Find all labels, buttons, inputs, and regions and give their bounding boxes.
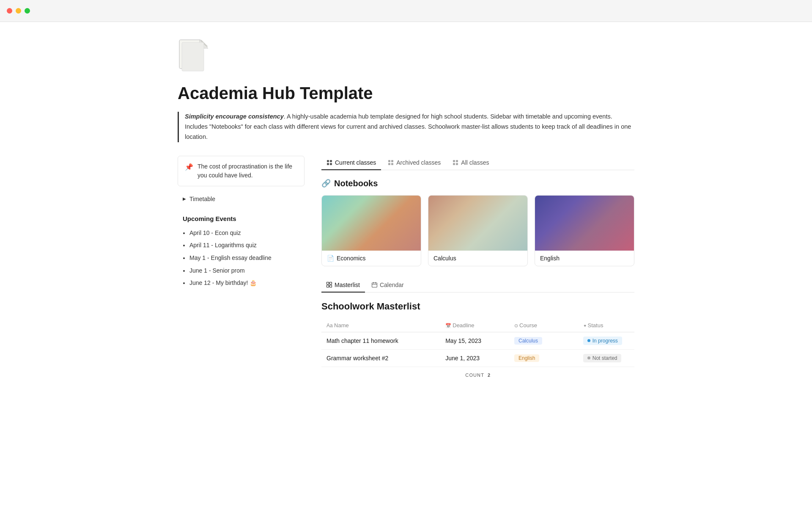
cell-name: Grammar worksheet #2	[321, 349, 440, 367]
class-tabs: Current classes Archived classes	[321, 156, 634, 170]
svg-rect-8	[182, 42, 204, 71]
upcoming-events-title: Upcoming Events	[178, 213, 304, 224]
pin-text: The cost of procrastination is the life …	[198, 162, 297, 180]
doc-icon: 📄	[327, 255, 334, 262]
cell-status: Not started	[578, 349, 634, 367]
card-label-calculus: Calculus	[428, 251, 527, 266]
card-cover-english	[535, 196, 634, 251]
svg-rect-16	[391, 163, 393, 165]
deadline-col-icon: 📅	[445, 323, 453, 328]
count-label: COUNT	[465, 373, 484, 378]
masterlist-grid-icon	[326, 282, 332, 287]
timetable-label: Timetable	[189, 196, 215, 202]
cell-deadline: May 15, 2023	[440, 332, 509, 349]
svg-rect-24	[330, 285, 332, 287]
col-header-name: Aa Name	[321, 319, 440, 332]
course-badge: Calculus	[514, 337, 542, 345]
notebook-card-english[interactable]: English	[535, 195, 634, 266]
calendar-icon	[372, 282, 377, 287]
cell-course: English	[509, 349, 578, 367]
svg-rect-11	[327, 163, 329, 165]
minimize-button[interactable]	[16, 8, 21, 14]
tab-masterlist-label: Masterlist	[335, 282, 360, 288]
status-col-icon: ✦	[583, 323, 588, 328]
masterlist-section: Schoolwork Masterlist Aa Name 📅 Deadline	[321, 301, 634, 383]
svg-rect-9	[327, 160, 329, 162]
svg-rect-20	[456, 163, 458, 165]
svg-rect-21	[327, 282, 329, 284]
cell-course: Calculus	[509, 332, 578, 349]
col-header-course: ⊙ Course	[509, 319, 578, 332]
quote-block: Simplicity encourage consistency. A high…	[178, 112, 634, 142]
col-header-deadline: 📅 Deadline	[440, 319, 509, 332]
status-dot	[587, 339, 590, 342]
cell-status: In progress	[578, 332, 634, 349]
list-item: April 10 - Econ quiz	[189, 229, 304, 237]
page-title: Academia Hub Template	[178, 83, 634, 103]
grid-icon-3	[453, 160, 458, 166]
content-area: 📌 The cost of procrastination is the lif…	[178, 156, 634, 383]
tab-all-classes[interactable]: All classes	[447, 156, 494, 170]
page-container: Academia Hub Template Simplicity encoura…	[152, 22, 660, 409]
count-row: COUNT 2	[321, 367, 634, 383]
svg-rect-13	[388, 160, 390, 162]
triangle-icon: ▶	[183, 196, 186, 201]
svg-rect-19	[453, 163, 455, 165]
cell-name: Math chapter 11 homework	[321, 332, 440, 349]
tab-archived-label: Archived classes	[396, 159, 441, 166]
notebook-cards: 📄 Economics Calculus English	[321, 195, 634, 266]
cell-deadline: June 1, 2023	[440, 349, 509, 367]
card-cover-economics	[322, 196, 421, 251]
close-button[interactable]	[7, 8, 12, 14]
status-dot	[587, 356, 590, 359]
table-header-row: Aa Name 📅 Deadline ⊙ Course	[321, 319, 634, 332]
tab-calendar-label: Calendar	[380, 282, 404, 288]
maximize-button[interactable]	[25, 8, 30, 14]
tab-current-label: Current classes	[335, 159, 376, 166]
table-row: Grammar worksheet #2 June 1, 2023 Englis…	[321, 349, 634, 367]
card-cover-calculus	[428, 196, 527, 251]
card-label-english: English	[535, 251, 634, 266]
list-item: June 12 - My birthday! 🎂	[189, 279, 304, 287]
tab-masterlist[interactable]: Masterlist	[321, 278, 365, 293]
list-item: June 1 - Senior prom	[189, 267, 304, 275]
svg-rect-10	[330, 160, 332, 162]
svg-rect-18	[456, 160, 458, 162]
upcoming-events-section: Upcoming Events April 10 - Econ quiz Apr…	[178, 213, 304, 287]
main-content: Current classes Archived classes	[321, 156, 634, 383]
svg-rect-23	[327, 285, 329, 287]
masterlist-table: Aa Name 📅 Deadline ⊙ Course	[321, 319, 634, 367]
pin-box: 📌 The cost of procrastination is the lif…	[178, 156, 304, 186]
pin-icon: 📌	[185, 162, 193, 172]
svg-rect-12	[330, 163, 332, 165]
tab-current-classes[interactable]: Current classes	[321, 156, 381, 170]
status-badge: In progress	[583, 337, 622, 345]
grid-icon-2	[388, 160, 394, 166]
grid-icon	[326, 160, 332, 166]
col-header-status: ✦ Status	[578, 319, 634, 332]
quote-italic: Simplicity encourage consistency	[185, 113, 284, 120]
title-bar	[0, 0, 812, 22]
sidebar: 📌 The cost of procrastination is the lif…	[178, 156, 304, 383]
name-col-icon: Aa	[326, 323, 334, 329]
svg-rect-14	[391, 160, 393, 162]
svg-rect-25	[372, 283, 377, 287]
page-icon	[178, 39, 634, 76]
timetable-item[interactable]: ▶ Timetable	[178, 191, 304, 207]
link-icon: 🔗	[321, 179, 331, 188]
notebooks-section-title: 🔗 Notebooks	[321, 179, 634, 188]
count-value: 2	[488, 373, 491, 378]
notebook-card-economics[interactable]: 📄 Economics	[321, 195, 421, 266]
status-badge: Not started	[583, 354, 622, 362]
masterlist-tabs: Masterlist Calendar	[321, 278, 634, 293]
svg-rect-15	[388, 163, 390, 165]
course-col-icon: ⊙	[514, 323, 519, 328]
event-list: April 10 - Econ quiz April 11 - Logarith…	[178, 229, 304, 287]
course-badge: English	[514, 354, 539, 362]
tab-calendar[interactable]: Calendar	[367, 278, 409, 293]
tab-archived-classes[interactable]: Archived classes	[383, 156, 446, 170]
tab-all-label: All classes	[461, 159, 489, 166]
table-row: Math chapter 11 homework May 15, 2023 Ca…	[321, 332, 634, 349]
list-item: May 1 - English essay deadline	[189, 254, 304, 262]
notebook-card-calculus[interactable]: Calculus	[428, 195, 528, 266]
